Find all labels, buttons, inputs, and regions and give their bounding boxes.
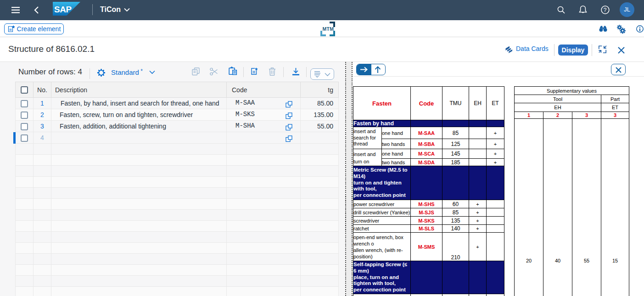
svg-text:MTM: MTM — [323, 26, 334, 32]
svg-text:?: ? — [604, 7, 607, 13]
svg-text:SAP: SAP — [54, 5, 72, 14]
